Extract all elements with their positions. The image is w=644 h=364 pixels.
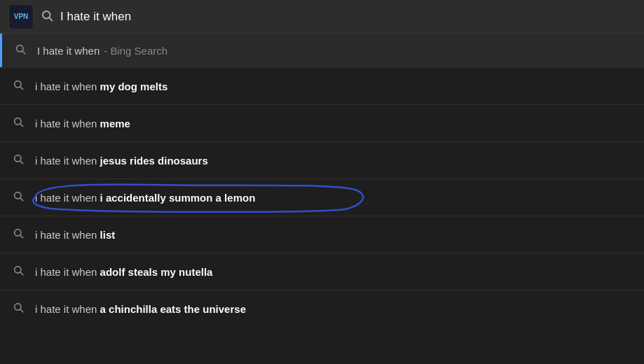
- suggestion-suffix-s2: meme: [100, 118, 130, 130]
- search-icon-4: [11, 190, 25, 204]
- svg-line-1: [49, 18, 52, 20]
- search-icon-6: [11, 265, 25, 279]
- svg-line-5: [20, 87, 23, 90]
- suggestion-text-s4: i hate it when i accidentally summon a l…: [35, 192, 255, 204]
- suggestion-prefix-first: I hate it when: [37, 45, 100, 57]
- suggestion-text-s6: i hate it when adolf steals my nutella: [35, 266, 212, 278]
- suggestion-text-s7: i hate it when a chinchilla eats the uni…: [35, 303, 246, 315]
- search-icon-3: [11, 153, 25, 167]
- suggestion-s2[interactable]: i hate it when meme: [0, 105, 644, 141]
- suggestion-s5[interactable]: i hate it when list: [0, 216, 644, 253]
- suggestion-s6[interactable]: i hate it when adolf steals my nutella: [0, 253, 644, 290]
- suggestion-prefix-s6: i hate it when: [35, 266, 100, 278]
- bing-label: - Bing Search: [104, 45, 167, 57]
- svg-line-11: [20, 198, 23, 201]
- vpn-badge[interactable]: VPN: [8, 4, 34, 29]
- suggestion-text-s2: i hate it when meme: [35, 118, 130, 130]
- vpn-label: VPN: [14, 13, 29, 20]
- suggestion-prefix-s1: i hate it when: [35, 80, 100, 92]
- suggestion-s1[interactable]: i hate it when my dog melts: [0, 68, 644, 104]
- svg-line-15: [20, 272, 23, 275]
- suggestion-s3[interactable]: i hate it when jesus rides dinosaurs: [0, 142, 644, 178]
- search-icon-7: [11, 302, 25, 316]
- svg-line-3: [22, 51, 25, 54]
- suggestion-s7[interactable]: i hate it when a chinchilla eats the uni…: [0, 290, 644, 327]
- suggestion-s4[interactable]: i hate it when i accidentally summon a l…: [0, 179, 644, 216]
- svg-line-13: [20, 235, 23, 238]
- suggestion-prefix-s2: i hate it when: [35, 118, 100, 130]
- search-bar-icon: [41, 9, 53, 24]
- suggestion-suffix-s6: adolf steals my nutella: [100, 266, 213, 278]
- suggestion-suffix-s4: i accidentally summon a lemon: [100, 192, 256, 204]
- suggestion-prefix-s7: i hate it when: [35, 303, 100, 315]
- suggestion-suffix-s3: jesus rides dinosaurs: [100, 155, 208, 167]
- suggestion-prefix-s3: i hate it when: [35, 155, 100, 167]
- search-bar: VPN I hate it when: [0, 0, 644, 34]
- suggestions-dropdown: I hate it when- Bing Search i hate it wh…: [0, 34, 644, 327]
- search-icon-1: [11, 79, 25, 93]
- suggestion-suffix-s7: a chinchilla eats the universe: [100, 303, 246, 315]
- suggestion-text-s5: i hate it when list: [35, 229, 115, 241]
- svg-line-7: [20, 124, 23, 127]
- search-input[interactable]: I hate it when: [60, 10, 636, 24]
- suggestion-suffix-s1: my dog melts: [100, 80, 168, 92]
- suggestion-text-s1: i hate it when my dog melts: [35, 80, 167, 92]
- suggestion-suffix-s5: list: [100, 229, 116, 241]
- svg-line-17: [20, 309, 23, 312]
- suggestion-prefix-s5: i hate it when: [35, 229, 100, 241]
- search-icon-2: [11, 116, 25, 130]
- suggestion-prefix-s4: i hate it when: [35, 192, 100, 204]
- suggestion-text-s3: i hate it when jesus rides dinosaurs: [35, 155, 208, 167]
- suggestion-first[interactable]: I hate it when- Bing Search: [0, 34, 644, 67]
- search-icon-0: [13, 43, 27, 57]
- search-icon-5: [11, 227, 25, 241]
- suggestion-text-first: I hate it when- Bing Search: [37, 45, 167, 57]
- svg-line-9: [20, 161, 23, 164]
